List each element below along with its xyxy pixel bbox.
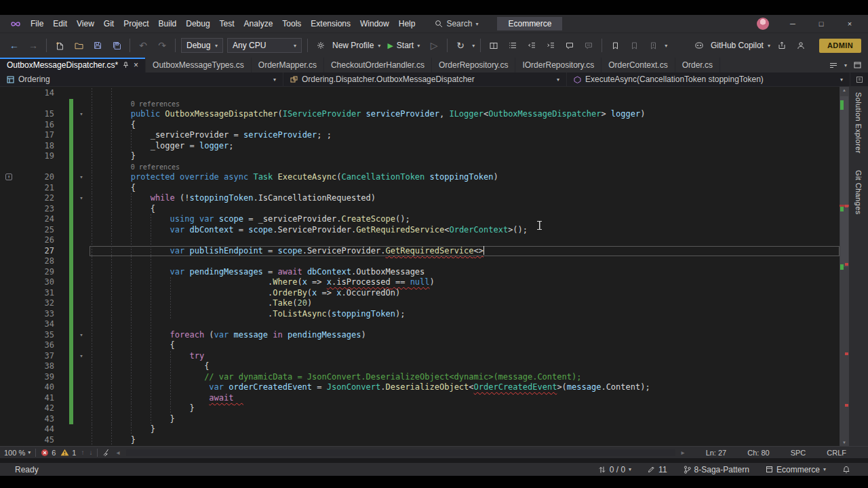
code-text[interactable]: 0 references: [90, 99, 840, 110]
code-text[interactable]: {: [90, 120, 840, 131]
code-text[interactable]: [90, 235, 840, 246]
code-line-24[interactable]: 24using var scope = _serviceProvider.Cre…: [0, 214, 840, 225]
sync-status-button[interactable]: 0 / 0 ▾: [598, 465, 631, 474]
code-text[interactable]: _serviceProvider = serviceProvider; ;: [90, 130, 840, 141]
type-dropdown[interactable]: Ordering.Dispatcher.OutboxMessageDispatc…: [283, 73, 567, 86]
line-number[interactable]: 17: [0, 130, 54, 141]
line-number[interactable]: [0, 162, 54, 173]
indent-decrease-icon[interactable]: [524, 37, 539, 54]
code-text[interactable]: try: [90, 351, 840, 362]
menu-item-git[interactable]: Git: [99, 16, 119, 31]
code-text[interactable]: while (!stoppingToken.IsCancellationRequ…: [90, 193, 840, 204]
warning-indicator[interactable]: 1: [60, 449, 76, 457]
code-line-25[interactable]: 25var dbContext = scope.ServiceProvider.…: [0, 225, 840, 236]
code-text[interactable]: _logger = logger;: [90, 141, 840, 152]
line-number[interactable]: 45: [0, 435, 54, 446]
scroll-right-icon[interactable]: ▸: [682, 449, 685, 456]
code-text[interactable]: {: [90, 183, 840, 194]
line-number[interactable]: 27: [0, 246, 54, 257]
side-tab-solution-explorer[interactable]: Solution Explorer: [854, 92, 863, 154]
code-text[interactable]: }: [90, 151, 840, 162]
code-line-33[interactable]: 33.ToListAsync(stoppingToken);: [0, 309, 840, 320]
save-all-icon[interactable]: [109, 37, 124, 54]
code-line-32[interactable]: 32.Take(20): [0, 298, 840, 309]
code-text[interactable]: {: [90, 340, 840, 351]
previous-issue-icon[interactable]: ↑: [81, 449, 84, 456]
codelens-references[interactable]: 0 references: [131, 163, 180, 171]
eol-indicator[interactable]: CRLF: [827, 449, 846, 457]
code-text[interactable]: .OrderBy(x => x.OccurredOn): [90, 288, 840, 299]
next-bookmark-icon[interactable]: [646, 37, 660, 54]
line-number[interactable]: 25: [0, 225, 54, 236]
code-text[interactable]: }: [90, 414, 840, 425]
code-text[interactable]: 0 references: [90, 162, 840, 173]
menu-item-build[interactable]: Build: [154, 16, 182, 31]
line-number[interactable]: 18: [0, 141, 54, 152]
member-dropdown[interactable]: ExecuteAsync(CancellationToken stoppingT…: [567, 73, 850, 86]
tab-orderrepository-cs[interactable]: OrderRepository.cs: [432, 58, 515, 73]
code-line-45[interactable]: 45}: [0, 435, 840, 446]
tab-iorderrepository-cs[interactable]: IOrderRepository.cs: [515, 58, 601, 73]
previous-bookmark-icon[interactable]: [627, 37, 642, 54]
navbar-document-icon[interactable]: [850, 73, 868, 86]
close-button[interactable]: ×: [835, 20, 864, 28]
line-number[interactable]: 43: [0, 414, 54, 425]
comment-icon[interactable]: [562, 37, 577, 54]
code-text[interactable]: using var scope = _serviceProvider.Creat…: [90, 214, 840, 225]
refresh-icon[interactable]: ↻: [453, 37, 468, 54]
configuration-dropdown[interactable]: Debug ▾: [181, 38, 223, 53]
pending-changes-button[interactable]: 11: [648, 465, 667, 474]
tab-outboxmessagedispatcher-cs[interactable]: OutboxMessageDispatcher.cs* ×: [0, 58, 146, 73]
admin-badge[interactable]: ADMIN: [819, 39, 861, 53]
code-line-codelens[interactable]: 0 references: [0, 162, 840, 173]
fold-marker[interactable]: ▾: [73, 193, 90, 204]
code-text[interactable]: .ToListAsync(stoppingToken);: [90, 309, 840, 320]
menu-item-help[interactable]: Help: [394, 16, 420, 31]
menu-item-project[interactable]: Project: [119, 16, 153, 31]
start-debug-button[interactable]: ▶ Start ▾: [384, 41, 422, 50]
scrollbar-up-icon[interactable]: ▲: [840, 88, 849, 92]
line-number[interactable]: 33: [0, 309, 54, 320]
project-dropdown[interactable]: Ordering ▾: [0, 73, 283, 86]
code-line-27[interactable]: 27var publishEndpoint = scope.ServicePro…: [0, 246, 840, 257]
scrollbar-thumb[interactable]: [840, 96, 848, 267]
code-line-19[interactable]: 19}: [0, 151, 840, 162]
indent-increase-icon[interactable]: [543, 37, 558, 54]
code-text[interactable]: }: [90, 435, 840, 446]
menu-item-edit[interactable]: Edit: [48, 16, 72, 31]
code-text[interactable]: [90, 256, 840, 267]
undo-icon[interactable]: ↶: [136, 37, 151, 54]
spaces-indicator[interactable]: SPC: [791, 449, 806, 457]
line-number[interactable]: 35: [0, 330, 54, 341]
code-line-40[interactable]: 40var orderCreatedEvent = JsonConvert.De…: [0, 382, 840, 393]
line-number[interactable]: 39: [0, 372, 54, 383]
minimize-button[interactable]: ─: [778, 20, 807, 28]
tab-checkoutorderhandler-cs[interactable]: CheckoutOrderHandler.cs: [324, 58, 432, 73]
code-line-41[interactable]: 41await: [0, 393, 840, 404]
code-line-28[interactable]: 28: [0, 256, 840, 267]
navigate-back-icon[interactable]: ←: [7, 37, 22, 54]
code-line-39[interactable]: 39// var dynamicData = JsonConvert.Deser…: [0, 372, 840, 383]
menu-item-window[interactable]: Window: [355, 16, 394, 31]
close-tab-icon[interactable]: ×: [134, 60, 138, 70]
new-file-icon[interactable]: [52, 37, 67, 54]
code-text[interactable]: var publishEndpoint = scope.ServiceProvi…: [90, 246, 840, 257]
fold-marker[interactable]: ▾: [73, 109, 90, 120]
next-issue-icon[interactable]: ↓: [89, 449, 92, 456]
branch-selector[interactable]: 8-Saga-Pattern: [684, 465, 749, 474]
line-number[interactable]: 23: [0, 204, 54, 215]
code-line-29[interactable]: 29var pendingMessages = await dbContext.…: [0, 267, 840, 278]
horizontal-scrollbar[interactable]: [126, 449, 675, 456]
code-text[interactable]: [90, 88, 840, 99]
code-line-38[interactable]: 38{: [0, 361, 840, 372]
menu-item-file[interactable]: File: [26, 16, 48, 31]
code-line-35[interactable]: 35▾foreach (var message in pendingMessag…: [0, 330, 840, 341]
redo-icon[interactable]: ↷: [155, 37, 170, 54]
line-number[interactable]: 40: [0, 382, 54, 393]
line-number[interactable]: 15: [0, 109, 54, 120]
fold-marker[interactable]: ▾: [73, 172, 90, 183]
search-control[interactable]: Search ▾: [431, 17, 482, 30]
code-text[interactable]: // var dynamicData = JsonConvert.Deseria…: [90, 372, 840, 383]
line-number[interactable]: [0, 99, 54, 110]
code-line-30[interactable]: 30.Where(x => x.isProcessed == null): [0, 277, 840, 288]
